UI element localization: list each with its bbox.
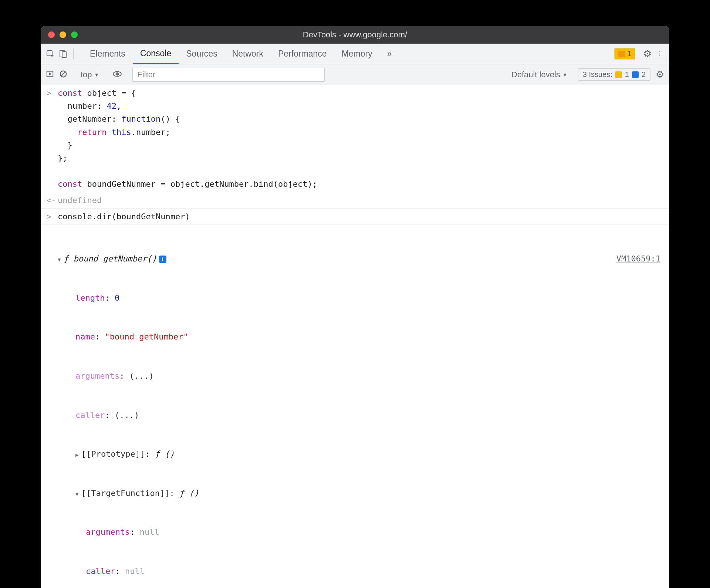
separator xyxy=(73,48,74,60)
issues-warn-count: 1 xyxy=(625,70,629,79)
function-header: ƒ bound getNumber() xyxy=(64,254,157,263)
disclosure-triangle-icon[interactable] xyxy=(58,252,64,265)
console-settings-icon[interactable]: ⚙ xyxy=(656,69,664,80)
main-toolbar: Elements Console Sources Network Perform… xyxy=(41,44,669,64)
titlebar: DevTools - www.google.com/ xyxy=(41,26,669,44)
disclosure-triangle-icon[interactable] xyxy=(75,447,81,460)
window-title: DevTools - www.google.com/ xyxy=(41,30,669,40)
window-controls xyxy=(41,31,78,38)
devtools-window: DevTools - www.google.com/ Elements Cons… xyxy=(41,26,669,588)
clear-console-icon[interactable] xyxy=(59,70,67,80)
warnings-badge[interactable]: 1 xyxy=(614,48,635,60)
minimize-window-button[interactable] xyxy=(60,31,66,38)
warning-count: 1 xyxy=(627,50,631,58)
result-value: undefined xyxy=(58,194,663,207)
more-icon[interactable]: ⋮ xyxy=(655,49,665,59)
tab-console[interactable]: Console xyxy=(133,44,179,64)
warning-icon xyxy=(615,71,622,78)
input-marker: > xyxy=(47,210,58,223)
device-toggle-icon[interactable] xyxy=(58,49,68,59)
inspect-element-icon[interactable] xyxy=(45,49,55,59)
tabs-overflow-icon[interactable]: » xyxy=(380,44,399,64)
console-output: > const object = { number: 42, getNumber… xyxy=(41,85,669,588)
tab-network[interactable]: Network xyxy=(225,44,271,64)
console-input-row: > const object = { number: 42, getNumber… xyxy=(41,85,669,192)
tab-sources[interactable]: Sources xyxy=(179,44,224,64)
issues-button[interactable]: 3 Issues: 1 2 xyxy=(578,68,650,81)
chevron-down-icon: ▼ xyxy=(562,72,568,78)
svg-line-5 xyxy=(61,72,65,76)
tab-elements[interactable]: Elements xyxy=(82,44,133,64)
panel-tabs: Elements Console Sources Network Perform… xyxy=(82,44,399,64)
filter-placeholder: Filter xyxy=(137,70,155,80)
settings-icon[interactable]: ⚙ xyxy=(642,49,652,59)
object-tree[interactable]: ƒ bound getNumber()i VM10659:1 length: 0… xyxy=(58,226,663,588)
close-window-button[interactable] xyxy=(48,31,55,38)
filter-input[interactable]: Filter xyxy=(132,68,325,82)
context-label: top xyxy=(81,70,92,80)
code-snippet[interactable]: console.dir(boundGetNunmer) xyxy=(58,210,663,223)
console-result-row: <· undefined xyxy=(41,192,669,209)
log-levels-selector[interactable]: Default levels ▼ xyxy=(511,70,568,80)
input-marker: > xyxy=(47,87,58,191)
zoom-window-button[interactable] xyxy=(71,31,78,38)
source-link[interactable]: VM10659:1 xyxy=(616,254,660,263)
output-marker: <· xyxy=(47,194,58,207)
console-input-row: > console.dir(boundGetNunmer) xyxy=(41,209,669,225)
context-selector[interactable]: top ▼ xyxy=(78,70,102,80)
console-dir-output: ƒ bound getNumber()i VM10659:1 length: 0… xyxy=(41,225,669,588)
info-icon xyxy=(632,71,639,78)
info-badge-icon[interactable]: i xyxy=(159,256,166,263)
code-snippet[interactable]: const object = { number: 42, getNumber: … xyxy=(58,87,663,191)
svg-rect-2 xyxy=(62,52,66,58)
toggle-sidebar-icon[interactable] xyxy=(46,70,54,80)
issues-label: 3 Issues: xyxy=(583,70,612,79)
live-expression-icon[interactable] xyxy=(112,69,122,80)
disclosure-triangle-icon[interactable] xyxy=(75,487,81,500)
chevron-down-icon: ▼ xyxy=(94,72,99,78)
tab-memory[interactable]: Memory xyxy=(334,44,380,64)
levels-label: Default levels xyxy=(511,70,560,80)
svg-point-7 xyxy=(116,72,119,75)
console-toolbar: top ▼ Filter Default levels ▼ 3 Issues: … xyxy=(41,64,669,85)
issues-info-count: 2 xyxy=(642,70,646,79)
tab-performance[interactable]: Performance xyxy=(271,44,334,64)
